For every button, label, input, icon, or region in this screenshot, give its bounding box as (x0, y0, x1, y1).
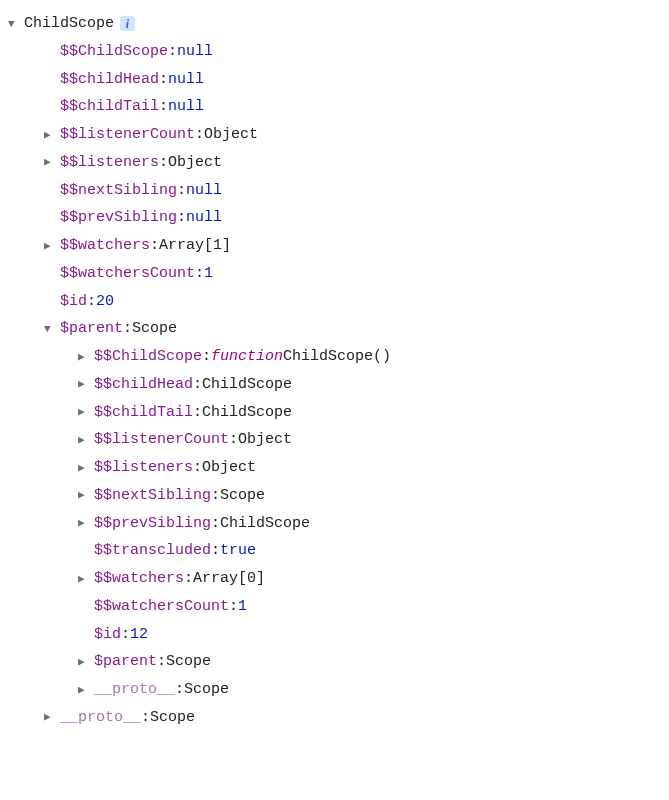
property-value: ChildScope (220, 510, 310, 538)
separator: : (184, 565, 193, 593)
property-value: Object (202, 454, 256, 482)
property-name: $$watchers (94, 565, 184, 593)
tree-row: ▶$$childHead: null (8, 66, 661, 94)
tree-row[interactable]: ▶$$listenerCount: Object (8, 121, 661, 149)
separator: : (211, 482, 220, 510)
property-value: Array[0] (193, 565, 265, 593)
separator: : (177, 204, 186, 232)
property-name: $$childTail (94, 399, 193, 427)
property-name: __proto__ (94, 676, 175, 704)
property-name: __proto__ (60, 704, 141, 732)
info-icon[interactable]: i (120, 16, 135, 31)
property-value: Object (204, 121, 258, 149)
property-name: $$watchers (60, 232, 150, 260)
property-name: $$childHead (60, 66, 159, 94)
separator: : (87, 288, 96, 316)
disclosure-closed-icon[interactable]: ▶ (78, 347, 94, 367)
separator: : (202, 343, 211, 371)
disclosure-closed-icon[interactable]: ▶ (78, 402, 94, 422)
tree-row[interactable]: ▶$$childTail: ChildScope (8, 399, 661, 427)
disclosure-closed-icon[interactable]: ▶ (78, 458, 94, 478)
property-name: $$listeners (60, 149, 159, 177)
separator: : (177, 177, 186, 205)
tree-row[interactable]: ▶$$listeners: Object (8, 149, 661, 177)
property-value: Scope (184, 676, 229, 704)
tree-row[interactable]: ▶$$listeners: Object (8, 454, 661, 482)
property-value: 12 (130, 621, 148, 649)
property-name: $$watchersCount (60, 260, 195, 288)
property-name: $id (60, 288, 87, 316)
tree-row[interactable]: ▶__proto__: Scope (8, 704, 661, 732)
tree-row[interactable]: ▶$$prevSibling: ChildScope (8, 510, 661, 538)
separator: : (211, 510, 220, 538)
tree-row[interactable]: ▶__proto__: Scope (8, 676, 661, 704)
property-value: ChildScope (202, 371, 292, 399)
tree-row[interactable]: ▶$$nextSibling: Scope (8, 482, 661, 510)
tree-row[interactable]: ▶$$ChildScope: function ChildScope() (8, 343, 661, 371)
property-value: null (186, 177, 222, 205)
disclosure-closed-icon[interactable]: ▶ (44, 236, 60, 256)
property-value: 20 (96, 288, 114, 316)
disclosure-closed-icon[interactable]: ▶ (44, 707, 60, 727)
property-name: $$nextSibling (60, 177, 177, 205)
property-value: null (168, 66, 204, 94)
property-value: Object (168, 149, 222, 177)
property-value: Scope (220, 482, 265, 510)
property-name: $$listenerCount (60, 121, 195, 149)
property-value: ChildScope (202, 399, 292, 427)
separator: : (157, 648, 166, 676)
property-name: $$ChildScope (94, 343, 202, 371)
disclosure-open-icon[interactable]: ▼ (8, 14, 24, 34)
tree-row[interactable]: ▶$parent: Scope (8, 648, 661, 676)
tree-row[interactable]: ▶$$childHead: ChildScope (8, 371, 661, 399)
property-value: true (220, 537, 256, 565)
property-value: null (177, 38, 213, 66)
disclosure-closed-icon[interactable]: ▶ (78, 485, 94, 505)
separator: : (123, 315, 132, 343)
separator: : (159, 149, 168, 177)
property-value: 1 (238, 593, 247, 621)
separator: : (193, 371, 202, 399)
disclosure-closed-icon[interactable]: ▶ (78, 430, 94, 450)
tree-row[interactable]: ▼$parent: Scope (8, 315, 661, 343)
property-name: ChildScope (24, 10, 114, 38)
tree-row[interactable]: ▶$$watchers: Array[1] (8, 232, 661, 260)
separator: : (168, 38, 177, 66)
disclosure-closed-icon[interactable]: ▶ (44, 125, 60, 145)
tree-row: ▶$$ChildScope: null (8, 38, 661, 66)
property-name: $$childHead (94, 371, 193, 399)
function-keyword: function (211, 343, 283, 371)
disclosure-open-icon[interactable]: ▼ (44, 319, 60, 339)
property-name: $$childTail (60, 93, 159, 121)
property-name: $$transcluded (94, 537, 211, 565)
separator: : (141, 704, 150, 732)
property-value: null (168, 93, 204, 121)
tree-row[interactable]: ▶$$watchers: Array[0] (8, 565, 661, 593)
property-name: $$listeners (94, 454, 193, 482)
disclosure-closed-icon[interactable]: ▶ (78, 374, 94, 394)
tree-row: ▶$id: 20 (8, 288, 661, 316)
disclosure-closed-icon[interactable]: ▶ (78, 513, 94, 533)
separator: : (159, 66, 168, 94)
property-name: $$ChildScope (60, 38, 168, 66)
tree-row[interactable]: ▼ChildScopei (8, 10, 661, 38)
separator: : (193, 399, 202, 427)
disclosure-closed-icon[interactable]: ▶ (44, 152, 60, 172)
separator: : (150, 232, 159, 260)
property-value: Scope (132, 315, 177, 343)
disclosure-closed-icon[interactable]: ▶ (78, 652, 94, 672)
property-name: $$watchersCount (94, 593, 229, 621)
disclosure-closed-icon[interactable]: ▶ (78, 680, 94, 700)
separator: : (211, 537, 220, 565)
object-tree: ▼ChildScopei▶$$ChildScope: null▶$$childH… (8, 10, 661, 732)
property-value: Scope (166, 648, 211, 676)
tree-row: ▶$$watchersCount: 1 (8, 260, 661, 288)
property-value: null (186, 204, 222, 232)
disclosure-closed-icon[interactable]: ▶ (78, 569, 94, 589)
separator: : (229, 426, 238, 454)
tree-row[interactable]: ▶$$listenerCount: Object (8, 426, 661, 454)
separator: : (195, 260, 204, 288)
tree-row: ▶$$childTail: null (8, 93, 661, 121)
function-name: ChildScope() (283, 343, 391, 371)
tree-row: ▶$id: 12 (8, 621, 661, 649)
